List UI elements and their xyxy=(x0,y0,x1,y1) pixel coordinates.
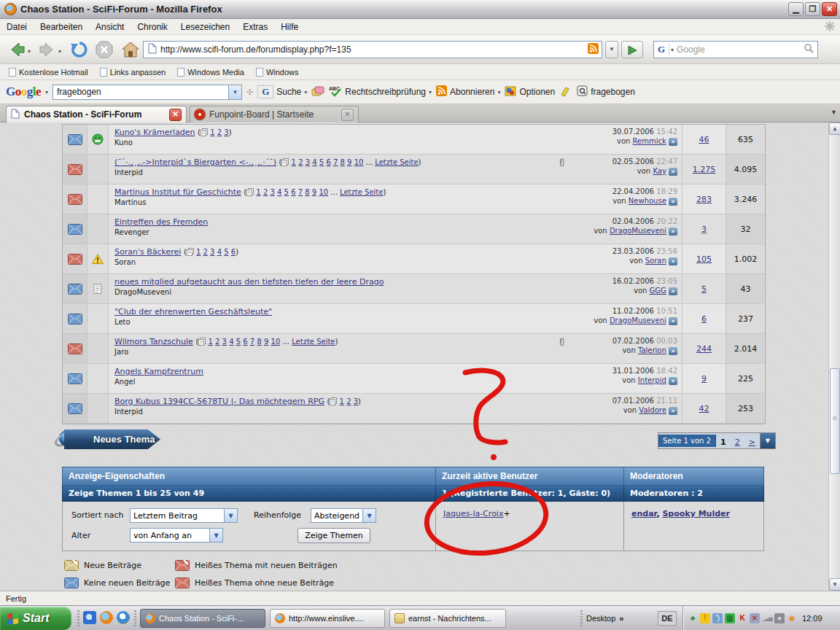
last-poster-link[interactable]: Talerion xyxy=(638,346,666,354)
scroll-down-arrow[interactable]: ▼ xyxy=(829,578,840,591)
replies-link[interactable]: 3 xyxy=(701,225,707,234)
thread-title-link[interactable]: Kuno's Krämerladen xyxy=(114,128,195,137)
last-poster-link[interactable]: Newhouse xyxy=(629,197,666,205)
volume-icon[interactable]: ● xyxy=(774,613,785,623)
menu-chronik[interactable]: Chronik xyxy=(131,20,174,34)
page-link[interactable]: 1 xyxy=(340,397,344,405)
chevron-right-icon[interactable]: » xyxy=(619,614,623,623)
subscribe-label[interactable]: Abonnieren xyxy=(450,87,494,97)
tab-close-icon[interactable]: ✕ xyxy=(341,109,354,121)
forward-dropdown-icon[interactable]: ▾ xyxy=(58,48,61,55)
thread-title-link[interactable]: Martinus Institut für Geschichte xyxy=(114,187,241,197)
bookmark-item[interactable]: Links anpassen xyxy=(96,66,170,78)
page-link[interactable]: 9 xyxy=(264,338,268,346)
new-thread-button[interactable]: Neues Thema xyxy=(64,429,160,449)
vertical-scrollbar[interactable]: ▲ ▼ xyxy=(828,122,840,591)
scrollbar-thumb[interactable] xyxy=(830,368,840,474)
start-button[interactable]: Start xyxy=(0,607,71,630)
menu-extras[interactable]: Extras xyxy=(236,20,274,34)
tab-chaos-station[interactable]: Chaos Station - SciFi-Forum ✕ xyxy=(6,106,187,122)
last-page-link[interactable]: Letzte Seite xyxy=(375,158,418,166)
goto-last-post-icon[interactable]: » xyxy=(669,138,677,146)
active-user-link[interactable]: Jaques-la-Croix xyxy=(443,509,503,518)
google-query-dropdown[interactable]: ▼ xyxy=(228,85,241,99)
home-button[interactable] xyxy=(121,40,140,62)
page-link[interactable]: 8 xyxy=(341,158,345,166)
scroll-up-arrow[interactable]: ▲ xyxy=(829,122,840,135)
last-poster-link[interactable]: DragoMuseveni xyxy=(610,316,666,324)
goto-last-post-icon[interactable]: » xyxy=(669,347,677,355)
close-button[interactable]: ✕ xyxy=(822,2,837,16)
replies-link[interactable]: 42 xyxy=(699,404,709,413)
media-player-icon[interactable] xyxy=(117,611,130,624)
restore-button[interactable]: ❐ xyxy=(805,2,820,16)
back-button[interactable] xyxy=(7,40,26,62)
page-link[interactable]: 3 xyxy=(270,188,274,196)
search-engine-dropdown[interactable]: ▾ xyxy=(671,47,674,53)
thread-title-link[interactable]: "Club der ehrenwerten Geschäftsleute" xyxy=(114,307,272,316)
page-link[interactable]: 6 xyxy=(291,188,295,196)
moderator-link[interactable]: endar xyxy=(631,509,656,518)
page-link[interactable]: 1 xyxy=(208,338,212,346)
google-search-button[interactable]: G Suche ▾ xyxy=(257,85,307,98)
internet-explorer-icon[interactable] xyxy=(83,611,96,624)
page-link[interactable]: 1 xyxy=(196,248,201,256)
tab-list-dropdown[interactable]: ▼ xyxy=(831,109,837,116)
moderator-link[interactable]: Spooky Mulder xyxy=(662,509,730,518)
back-dropdown-icon[interactable]: ▾ xyxy=(28,48,31,55)
page-link[interactable]: 3 xyxy=(354,397,358,405)
page-link[interactable]: 8 xyxy=(305,188,309,196)
page-link[interactable]: 3 xyxy=(222,338,227,346)
last-page-link[interactable]: Letzte Seite xyxy=(292,338,335,346)
tab-funpoint-board[interactable]: Funpoint-Board | Startseite ✕ xyxy=(190,106,359,122)
thread-title-link[interactable]: Angels Kampfzentrum xyxy=(114,367,203,376)
tab-close-icon[interactable]: ✕ xyxy=(169,109,182,121)
page-link[interactable]: 6 xyxy=(243,338,247,346)
highlighter-icon[interactable] xyxy=(559,85,572,99)
replies-link[interactable]: 105 xyxy=(696,254,712,264)
task-earnst-nachrichten[interactable]: earnst - Nachrichtens... xyxy=(389,609,506,628)
reload-button[interactable] xyxy=(70,40,89,62)
page-link[interactable]: 10 xyxy=(354,158,364,166)
thread-title-link[interactable]: Wilmors Tanzschule xyxy=(114,337,193,346)
magnifier-icon[interactable] xyxy=(804,43,814,56)
task-einslive[interactable]: http://www.einslive.... xyxy=(270,609,385,628)
page-link[interactable]: 7 xyxy=(298,188,303,196)
clover-icon[interactable]: ♣ xyxy=(688,613,698,623)
page-link[interactable]: 4 xyxy=(277,188,281,196)
page-link[interactable]: 7 xyxy=(333,158,338,166)
console-icon[interactable]: ▥ xyxy=(725,613,735,623)
shield-icon[interactable]: ! xyxy=(700,613,710,623)
page-link[interactable]: 2 xyxy=(346,397,351,405)
goto-last-post-icon[interactable]: » xyxy=(669,317,677,325)
page-link[interactable]: 2 xyxy=(215,338,219,346)
show-threads-button[interactable]: Zeige Themen xyxy=(298,528,370,543)
menu-bearbeiten[interactable]: Bearbeiten xyxy=(34,20,89,34)
window-titlebar[interactable]: Chaos Station - SciFi-Forum - Mozilla Fi… xyxy=(0,0,840,19)
page-link[interactable]: 3 xyxy=(306,158,310,166)
rss-feed-icon[interactable] xyxy=(588,43,599,56)
page-link[interactable]: 2 xyxy=(203,248,208,256)
replies-link[interactable]: 6 xyxy=(701,314,707,324)
search-label[interactable]: Suche xyxy=(276,87,301,97)
last-page-link[interactable]: Letzte Seite xyxy=(340,188,383,196)
google-search-input[interactable]: fragebogen ▼ xyxy=(52,85,242,100)
firefox-icon[interactable] xyxy=(100,611,113,624)
page-link[interactable]: 5 xyxy=(236,338,241,346)
stop-button[interactable] xyxy=(95,40,114,62)
order-select[interactable]: Absteigend▼ xyxy=(311,508,376,523)
google-logo-dropdown[interactable]: ▾ xyxy=(45,89,48,96)
language-indicator[interactable]: DE xyxy=(658,611,677,626)
network-offline-icon[interactable]: ✕ xyxy=(750,613,760,623)
highlight-word-button[interactable]: fragebogen xyxy=(577,85,635,98)
page-link[interactable]: 2 xyxy=(217,128,222,136)
page-link[interactable]: 9 xyxy=(312,188,316,196)
replies-link[interactable]: 1.275 xyxy=(693,165,716,174)
page-link[interactable]: 6 xyxy=(231,248,236,256)
replies-link[interactable]: 46 xyxy=(699,135,709,144)
thread-title-link[interactable]: neues mitglied aufgetaucht aus den tiefs… xyxy=(114,277,384,287)
page-link[interactable]: 4 xyxy=(312,158,316,166)
thread-title-link[interactable]: Borg Kubus 1394CC-5678TU |- Das möchtege… xyxy=(114,397,324,406)
sort-select[interactable]: Letztem Beitrag▼ xyxy=(130,508,238,523)
spellcheck-button[interactable]: ABC Rechtschreibprüfung ▾ xyxy=(329,85,432,99)
